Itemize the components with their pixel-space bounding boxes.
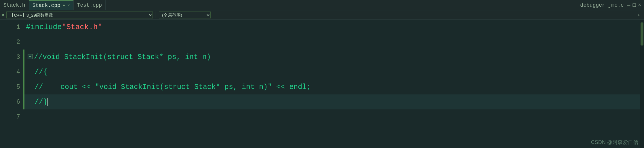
tab-modified-dot: ● bbox=[63, 3, 65, 8]
line-num-6: 6 bbox=[3, 94, 20, 109]
fold-box-3[interactable]: − bbox=[28, 54, 33, 59]
function-dropdown[interactable]: 【C++】3_29函数重载 bbox=[6, 12, 153, 18]
line-num-7: 7 bbox=[3, 109, 20, 124]
code-include: #include bbox=[26, 23, 62, 31]
toolbar: ► 【C++】3_29函数重载 (全局范围) + bbox=[0, 10, 644, 20]
code-line-1: #include"Stack.h" bbox=[23, 20, 640, 35]
code-line-5: // cout << "void StackInit(struct Stack*… bbox=[23, 79, 640, 94]
code-line-6: //} bbox=[23, 94, 640, 109]
code-line-3: − //void StackInit(struct Stack* ps, int… bbox=[23, 50, 640, 64]
text-cursor bbox=[47, 98, 48, 106]
tab-stack-h[interactable]: Stack.h bbox=[0, 0, 29, 10]
tab-label-test: Test.cpp bbox=[77, 2, 102, 8]
code-comment-3: //void StackInit(struct Stack* ps, int n… bbox=[34, 53, 211, 61]
tab-label-active: Stack.cpp bbox=[33, 3, 60, 8]
tab-label: Stack.h bbox=[3, 2, 25, 8]
tab-stack-cpp[interactable]: Stack.cpp ● × bbox=[29, 0, 74, 10]
line-num-1: 1 bbox=[3, 20, 20, 35]
code-line-8 bbox=[23, 124, 640, 139]
block-bar-3 bbox=[23, 50, 24, 64]
code-comment-4: //{ bbox=[35, 68, 47, 76]
code-string: "Stack.h" bbox=[62, 23, 102, 31]
add-button[interactable]: + bbox=[636, 12, 642, 18]
line-num-5: 5 bbox=[3, 79, 20, 94]
block-bar-6 bbox=[23, 94, 24, 109]
code-line-2 bbox=[23, 35, 640, 50]
watermark: CSDN @阿森爱自信 bbox=[591, 139, 638, 146]
window-minimize[interactable]: — bbox=[627, 2, 630, 8]
toolbar-left: ► 【C++】3_29函数重载 bbox=[0, 12, 155, 18]
line-num-2: 2 bbox=[3, 35, 20, 50]
window-close[interactable]: × bbox=[638, 2, 641, 8]
code-area[interactable]: #include"Stack.h" − //void StackInit(str… bbox=[23, 20, 640, 148]
code-comment-5: // cout << "void StackInit(struct Stack*… bbox=[35, 83, 311, 91]
window-controls: debugger_jmc.c — □ × bbox=[578, 2, 644, 8]
window-maximize[interactable]: □ bbox=[632, 2, 636, 8]
code-line-4: //{ bbox=[23, 64, 640, 79]
tab-test-cpp[interactable]: Test.cpp bbox=[74, 0, 106, 10]
block-bar-4 bbox=[23, 64, 24, 79]
tab-close-icon[interactable]: × bbox=[67, 3, 70, 8]
vertical-scrollbar[interactable] bbox=[640, 20, 644, 148]
block-bar-5 bbox=[23, 79, 24, 94]
toolbar-middle: (全局范围) bbox=[155, 12, 299, 18]
toolbar-run-icon: ► bbox=[2, 13, 5, 17]
line-num-4: 4 bbox=[3, 64, 20, 79]
code-comment-6: //} bbox=[35, 98, 47, 106]
line-numbers: 1 2 3 4 5 6 7 8 bbox=[0, 20, 23, 148]
code-line-7 bbox=[23, 109, 640, 124]
debugger-label: debugger_jmc.c bbox=[580, 2, 624, 8]
toolbar-right: + bbox=[633, 12, 644, 18]
scope-dropdown[interactable]: (全局范围) bbox=[159, 12, 211, 18]
scrollbar-thumb[interactable] bbox=[641, 22, 643, 45]
line-num-3: 3 bbox=[3, 50, 20, 64]
editor-container: 1 2 3 4 5 6 7 8 #include"Stack.h" − //vo… bbox=[0, 20, 644, 148]
tab-bar: Stack.h Stack.cpp ● × Test.cpp debugger_… bbox=[0, 0, 644, 10]
